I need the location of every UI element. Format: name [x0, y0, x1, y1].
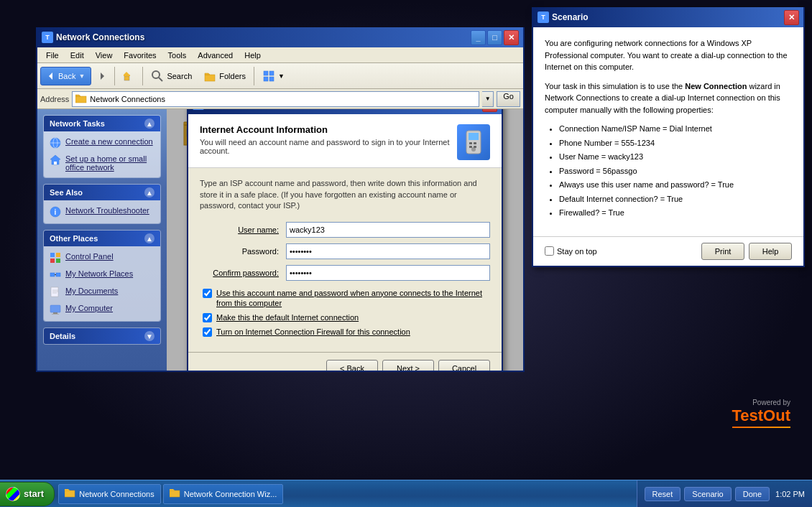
- nc-taskbar-icon: [65, 488, 76, 498]
- svg-rect-9: [269, 71, 274, 75]
- taskbar-item-wizard[interactable]: Network Connection Wiz...: [163, 484, 284, 504]
- scenario-window: T Scenario ✕ You are configuring network…: [532, 7, 805, 267]
- testout-logo: TestOut: [732, 406, 791, 425]
- wizard-header-title: Internet Account Information: [200, 124, 457, 135]
- menu-help[interactable]: Help: [239, 50, 267, 61]
- checkbox-row-1: Use this account name and password when …: [200, 288, 490, 309]
- svg-rect-47: [170, 490, 180, 497]
- my-network-icon: [50, 269, 61, 281]
- taskbar-wizard-label: Network Connection Wiz...: [184, 490, 277, 498]
- done-button[interactable]: Done: [735, 487, 770, 501]
- sidebar-home-office-network[interactable]: Set up a home or small office network: [44, 152, 160, 175]
- menu-view[interactable]: View: [90, 50, 119, 61]
- confirm-password-input[interactable]: [286, 265, 490, 281]
- menu-advanced[interactable]: Advanced: [192, 50, 239, 61]
- folders-button[interactable]: Folders: [198, 67, 251, 85]
- start-button[interactable]: start: [0, 482, 55, 506]
- password-input[interactable]: [286, 243, 490, 259]
- reset-button[interactable]: Reset: [645, 487, 681, 501]
- default-connection-checkbox[interactable]: [203, 313, 212, 322]
- stay-on-top-label: Stay on top: [557, 247, 597, 256]
- go-button[interactable]: Go: [497, 91, 520, 107]
- back-button[interactable]: < Back: [326, 360, 378, 371]
- firewall-checkbox[interactable]: [203, 327, 212, 337]
- taskbar-item-nc[interactable]: Network Connections: [58, 484, 161, 504]
- help-button[interactable]: Help: [749, 243, 792, 260]
- wizard-title-icon: T: [193, 109, 204, 110]
- address-dropdown-button[interactable]: ▼: [482, 91, 494, 107]
- next-button[interactable]: Next >: [382, 360, 434, 371]
- wizard-header-subtitle: You will need an account name and passwo…: [200, 138, 457, 155]
- network-tasks-collapse[interactable]: ▲: [144, 118, 154, 129]
- toolbar-separator-3: [254, 67, 254, 85]
- scenario-prop-5: Default Internet connection? = True: [559, 193, 792, 205]
- scenario-controls: ✕: [784, 10, 799, 25]
- search-icon: [151, 70, 164, 83]
- up-button[interactable]: [118, 67, 139, 85]
- svg-rect-45: [474, 146, 476, 148]
- nc-close-button[interactable]: ✕: [504, 30, 519, 45]
- back-button[interactable]: Back ▼: [40, 67, 91, 85]
- see-also-collapse[interactable]: ▲: [144, 187, 154, 197]
- svg-rect-22: [50, 259, 55, 263]
- use-account-checkbox[interactable]: [203, 289, 212, 298]
- menu-file[interactable]: File: [40, 50, 65, 61]
- sidebar-network-troubleshooter[interactable]: i Network Troubleshooter: [44, 203, 160, 220]
- forward-button[interactable]: [93, 67, 111, 85]
- svg-rect-7: [205, 75, 215, 81]
- sidebar-my-documents[interactable]: My Documents: [44, 284, 160, 301]
- svg-rect-24: [50, 273, 55, 276]
- wizard-controls: ✕: [482, 109, 497, 112]
- network-connections-window: T Network Connections _ □ ✕ File Edit Vi…: [36, 27, 525, 372]
- scenario-prop-0: Connection Name/ISP Name = Dial Internet: [559, 123, 792, 135]
- sidebar-my-network-places[interactable]: My Network Places: [44, 266, 160, 284]
- scenario-button[interactable]: Scenario: [684, 487, 731, 501]
- home-network-icon: [50, 154, 61, 166]
- network-tasks-items: Create a new connection Set up a home or…: [44, 131, 160, 177]
- menu-tools[interactable]: Tools: [162, 50, 193, 61]
- sidebar-create-connection[interactable]: Create a new connection: [44, 134, 160, 152]
- sidebar-my-computer[interactable]: My Computer: [44, 301, 160, 318]
- scenario-close-button[interactable]: ✕: [784, 10, 799, 25]
- svg-rect-8: [264, 71, 268, 75]
- see-also-header: See Also ▲: [44, 185, 160, 200]
- my-documents-icon: [50, 287, 61, 298]
- nc-title-text: Network Connections: [56, 32, 468, 42]
- username-input[interactable]: [286, 222, 490, 238]
- username-row: User name:: [200, 222, 490, 238]
- username-label: User name:: [200, 225, 286, 234]
- cancel-button[interactable]: Cancel: [438, 360, 490, 371]
- globe-icon: [50, 137, 61, 149]
- testout-logo-text: Test: [732, 406, 764, 424]
- other-places-collapse[interactable]: ▲: [144, 233, 154, 243]
- wizard-close-button[interactable]: ✕: [482, 109, 497, 112]
- nc-minimize-button[interactable]: _: [471, 30, 486, 45]
- menu-favorites[interactable]: Favorites: [118, 50, 162, 61]
- other-places-header: Other Places ▲: [44, 231, 160, 246]
- stay-on-top-checkbox[interactable]: [545, 246, 554, 256]
- wizard-header-icon: [457, 124, 490, 160]
- system-clock: 1:02 PM: [775, 490, 805, 498]
- nc-maximize-button[interactable]: □: [487, 30, 502, 45]
- svg-rect-32: [53, 312, 57, 314]
- sidebar-control-panel[interactable]: Control Panel: [44, 249, 160, 266]
- wizard-instruction: Type an ISP account name and password, t…: [200, 178, 490, 211]
- checkbox-row-2: Make this the default Internet connectio…: [200, 312, 490, 322]
- svg-rect-43: [474, 142, 476, 144]
- search-button[interactable]: Search: [146, 67, 197, 85]
- address-input[interactable]: Network Connections: [72, 91, 479, 107]
- svg-point-5: [152, 71, 160, 78]
- network-tasks-header: Network Tasks ▲: [44, 116, 160, 131]
- svg-rect-17: [54, 162, 57, 164]
- nc-sidebar: Network Tasks ▲ Cr: [37, 109, 167, 371]
- phone-icon: [461, 129, 486, 155]
- menu-edit[interactable]: Edit: [65, 50, 90, 61]
- print-button[interactable]: Print: [701, 243, 744, 260]
- wizard-header-text: Internet Account Information You will ne…: [200, 124, 457, 155]
- use-account-label: Use this account name and password when …: [216, 288, 487, 309]
- sidebar-see-also: See Also ▲ i Network Troubleshooter: [43, 184, 161, 224]
- scenario-footer: Stay on top Print Help: [533, 236, 803, 266]
- details-collapse[interactable]: ▼: [144, 331, 154, 341]
- views-button[interactable]: ▼: [257, 67, 290, 85]
- sidebar-network-tasks: Network Tasks ▲ Cr: [43, 115, 161, 178]
